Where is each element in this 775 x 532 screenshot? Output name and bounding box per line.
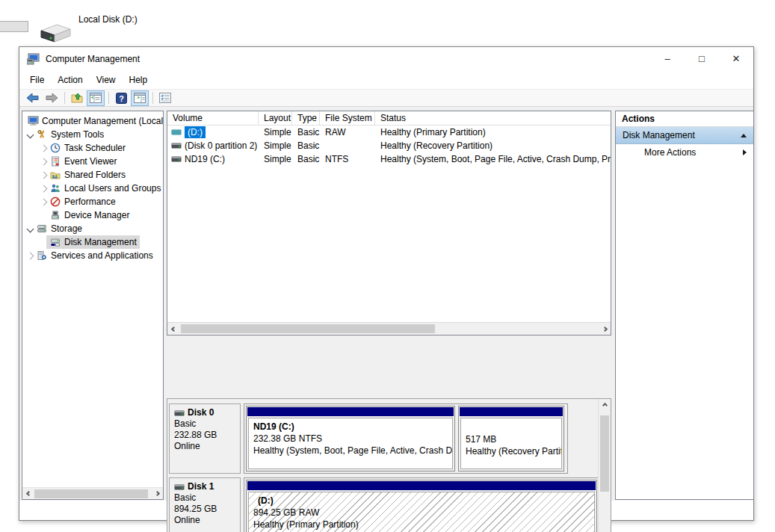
disk0-label-box[interactable]: Disk 0 Basic 232.88 GB Online	[169, 403, 241, 474]
scroll-right-button[interactable]	[599, 323, 611, 335]
scroll-left-button[interactable]	[22, 488, 34, 500]
back-button[interactable]	[24, 90, 42, 106]
volume-list-pane: Volume Layout Type File System Status (D…	[167, 111, 611, 335]
menu-help[interactable]: Help	[123, 72, 155, 88]
graph-vertical-scrollbar[interactable]	[598, 399, 610, 532]
console-tree-icon	[90, 93, 102, 103]
disk1-label-box[interactable]: Disk 1 Basic 894.25 GB Online	[169, 477, 241, 532]
column-header-type[interactable]: Type	[292, 111, 320, 125]
actions-group-disk-management[interactable]: Disk Management	[616, 127, 753, 144]
menu-file[interactable]: File	[23, 72, 51, 88]
disk-state: Online	[174, 515, 240, 526]
scroll-right-button[interactable]	[151, 488, 163, 500]
tree-item-label: Task Scheduler	[64, 143, 126, 153]
primary-partition-bar	[247, 407, 454, 416]
column-header-status[interactable]: Status	[375, 111, 611, 125]
column-header-file-system[interactable]: File System	[320, 111, 375, 125]
event-viewer-icon	[50, 156, 61, 167]
disk-size: 232.88 GB	[174, 430, 240, 441]
partition-d-selected[interactable]: (D:) 894.25 GB RAW Healthy (Primary Part…	[246, 480, 597, 532]
tree-item-local-users-and-groups[interactable]: Local Users and Groups	[22, 182, 163, 195]
scrollbar-thumb[interactable]	[181, 324, 435, 333]
close-button[interactable]: ✕	[719, 47, 753, 70]
tree-item-label: Device Manager	[64, 210, 129, 220]
tree-item-task-scheduler[interactable]: Task Scheduler	[22, 141, 163, 155]
column-header-volume[interactable]: Volume	[167, 111, 259, 125]
primary-partition-bar	[460, 407, 563, 416]
tree-item-label: Computer Management (Local	[42, 116, 163, 126]
hard-drive-icon[interactable]	[36, 21, 73, 45]
tree-item-label: Shared Folders	[64, 170, 126, 180]
tree-item-event-viewer[interactable]: Event Viewer	[22, 155, 163, 168]
tree-item-storage[interactable]: Storage	[22, 222, 163, 235]
services-icon	[37, 250, 48, 261]
show-console-tree-button[interactable]	[87, 90, 105, 106]
chevron-up-icon	[602, 402, 607, 407]
show-action-pane-button[interactable]	[131, 90, 149, 106]
more-actions-item[interactable]: More Actions	[616, 144, 753, 161]
volume-layout: Simple	[259, 154, 292, 164]
chevron-collapsed-icon[interactable]	[40, 185, 48, 192]
volume-row-disk0-partition2[interactable]: (Disk 0 partition 2) Simple Basic Health…	[167, 139, 611, 152]
partial-background-button[interactable]	[0, 21, 28, 32]
disk-icon	[174, 483, 185, 491]
tree-item-label: Disk Management	[64, 237, 137, 247]
partition-size: 517 MB	[466, 433, 557, 445]
scrollbar-thumb[interactable]	[600, 415, 609, 492]
tree-item-system-tools[interactable]: System Tools	[22, 128, 163, 141]
scrollbar-thumb[interactable]	[34, 489, 148, 498]
minimize-button[interactable]: –	[650, 47, 685, 70]
export-list-icon	[159, 93, 171, 103]
volume-list-horizontal-scrollbar[interactable]	[167, 322, 611, 335]
more-actions-label: More Actions	[644, 147, 696, 158]
column-header-layout[interactable]: Layout	[259, 111, 292, 125]
title-bar[interactable]: Computer Management – □ ✕	[19, 47, 753, 71]
tree-item-shared-folders[interactable]: Shared Folders	[22, 168, 163, 182]
chevron-expanded-icon[interactable]	[27, 225, 34, 232]
svg-text:?: ?	[119, 93, 124, 102]
disk-size: 894.25 GB	[174, 504, 240, 515]
chevron-collapsed-icon[interactable]	[27, 252, 34, 259]
tree-horizontal-scrollbar[interactable]	[22, 487, 163, 499]
toolbar-separator	[108, 92, 109, 104]
chevron-right-icon	[154, 491, 159, 496]
chevron-collapsed-icon[interactable]	[40, 158, 48, 165]
partition-title: ND19 (C:)	[253, 421, 448, 433]
chevron-collapsed-icon[interactable]	[40, 198, 48, 205]
forward-button[interactable]	[43, 90, 61, 106]
up-folder-button[interactable]	[68, 90, 86, 106]
volume-row-nd19-c[interactable]: ND19 (C:) Simple Basic NTFS Healthy (Sys…	[167, 152, 611, 166]
chevron-collapsed-icon[interactable]	[40, 171, 48, 179]
chevron-collapsed-icon[interactable]	[40, 144, 48, 152]
partition-nd19-c[interactable]: ND19 (C:) 232.38 GB NTFS Healthy (System…	[246, 406, 455, 471]
volume-selected-icon	[171, 129, 182, 136]
storage-icon	[37, 223, 48, 234]
chevron-expanded-icon[interactable]	[27, 131, 34, 138]
drive-desktop-label[interactable]: Local Disk (D:)	[78, 14, 138, 25]
tree-item-services-and-applications[interactable]: Services and Applications	[22, 249, 163, 262]
scroll-up-button[interactable]	[599, 399, 611, 411]
scroll-left-button[interactable]	[167, 323, 179, 335]
tree-item-label: Storage	[51, 223, 82, 234]
volume-type: Basic	[292, 127, 320, 137]
submenu-triangle-icon	[743, 149, 747, 155]
computer-management-app-icon	[27, 53, 40, 65]
help-button[interactable]: ?	[112, 90, 130, 106]
tree-item-disk-management[interactable]: Disk Management	[22, 235, 163, 249]
menu-view[interactable]: View	[90, 72, 123, 88]
volume-name: (D:)	[185, 126, 206, 138]
tree-item-performance[interactable]: Performance	[22, 195, 163, 208]
disk0-partition-strip: ND19 (C:) 232.38 GB NTFS Healthy (System…	[244, 403, 568, 474]
volume-row-d[interactable]: (D:) Simple Basic RAW Healthy (Primary P…	[167, 126, 611, 139]
collapse-triangle-icon[interactable]	[741, 134, 747, 137]
maximize-button[interactable]: □	[685, 47, 719, 70]
volume-status: Healthy (Primary Partition)	[375, 127, 611, 137]
device-manager-icon	[50, 210, 61, 220]
toolbar: ?	[19, 89, 753, 107]
export-list-button[interactable]	[156, 90, 174, 106]
tree-item-label: Local Users and Groups	[64, 183, 161, 194]
partition-recovery[interactable]: 517 MB Healthy (Recovery Partit	[458, 406, 564, 471]
tree-item-computer-management[interactable]: Computer Management (Local	[22, 114, 163, 128]
tree-item-device-manager[interactable]: Device Manager	[22, 208, 163, 222]
menu-action[interactable]: Action	[51, 72, 89, 88]
